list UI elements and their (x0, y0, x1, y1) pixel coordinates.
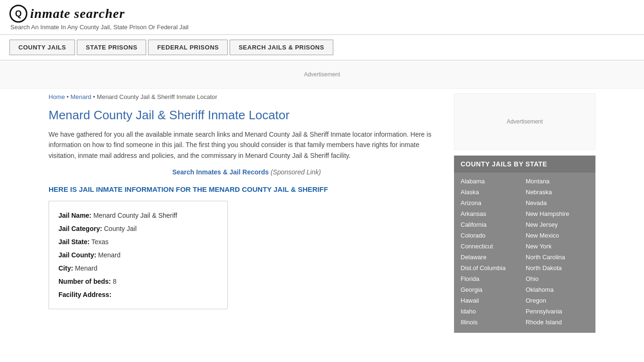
info-header: HERE IS JAIL INMATE INFORMATION FOR THE … (49, 184, 445, 194)
city-value: Menard (75, 264, 97, 272)
state-item[interactable]: Nevada (526, 198, 589, 208)
jail-county-value: Menard (98, 251, 120, 259)
state-item[interactable]: Dist.of Columbia (461, 263, 524, 273)
page-title: Menard County Jail & Sheriff Inmate Loca… (49, 108, 445, 123)
main-layout: Home • Menard • Menard County Jail & She… (39, 89, 605, 337)
state-list: AlabamaMontanaAlaskaNebraskaArizonaNevad… (454, 173, 595, 333)
state-item[interactable]: North Dakota (526, 263, 589, 273)
beds-field: Number of beds: 8 (58, 275, 218, 288)
city-field: City: Menard (58, 262, 218, 275)
state-item[interactable]: Arizona (461, 198, 524, 208)
state-item[interactable]: New Jersey (526, 220, 589, 230)
sidebar: Advertisement COUNTY JAILS BY STATE Alab… (454, 93, 595, 333)
state-box: COUNTY JAILS BY STATE AlabamaMontanaAlas… (454, 156, 595, 333)
breadcrumb-menard[interactable]: Menard (70, 93, 91, 100)
state-item[interactable]: Alabama (461, 176, 524, 186)
state-item[interactable]: Arkansas (461, 209, 524, 219)
state-item[interactable]: New Mexico (526, 230, 589, 240)
state-item[interactable]: Delaware (461, 252, 524, 262)
nav-bar: COUNTY JAILS STATE PRISONS FEDERAL PRISO… (0, 35, 644, 60)
state-item[interactable]: Georgia (461, 285, 524, 295)
header: Q inmate searcher Search An Inmate In An… (0, 0, 644, 35)
jail-card: Jail Name: Menard County Jail & Sheriff … (49, 201, 228, 309)
state-item[interactable]: Oklahoma (526, 285, 589, 295)
state-item[interactable]: Idaho (461, 306, 524, 316)
jail-county-field: Jail County: Menard (58, 248, 218, 262)
state-item[interactable]: Rhode Island (526, 317, 589, 327)
county-jails-btn[interactable]: COUNTY JAILS (9, 40, 75, 55)
search-inmates-link[interactable]: Search Inmates & Jail Records (172, 168, 269, 176)
state-item[interactable]: Hawaii (461, 296, 524, 305)
state-prisons-btn[interactable]: STATE PRISONS (77, 40, 146, 55)
state-box-title: COUNTY JAILS BY STATE (454, 156, 595, 173)
federal-prisons-btn[interactable]: FEDERAL PRISONS (148, 40, 228, 55)
jail-category-label: Jail Category: (58, 225, 102, 232)
breadcrumb: Home • Menard • Menard County Jail & She… (49, 93, 445, 100)
content-area: Home • Menard • Menard County Jail & She… (49, 93, 445, 333)
logo-text: inmate searcher (30, 6, 125, 21)
breadcrumb-current: Menard County Jail & Sheriff Inmate Loca… (97, 93, 217, 100)
jail-name-value: Menard County Jail & Sheriff (93, 212, 177, 219)
jail-county-label: Jail County: (58, 251, 96, 259)
logo-icon: Q (9, 5, 27, 23)
state-item[interactable]: Pennsylvania (526, 306, 589, 316)
breadcrumb-home[interactable]: Home (49, 93, 65, 100)
state-item[interactable]: New York (526, 241, 589, 251)
state-item[interactable]: New Hampshire (526, 209, 589, 219)
state-item[interactable]: Montana (526, 176, 589, 186)
state-item[interactable]: California (461, 220, 524, 230)
jail-category-field: Jail Category: County Jail (58, 222, 218, 235)
ad-banner: Advertisement (0, 60, 644, 89)
state-item[interactable]: Alaska (461, 187, 524, 197)
tagline: Search An Inmate In Any County Jail, Sta… (10, 24, 635, 31)
state-item[interactable]: Florida (461, 274, 524, 284)
intro-text: We have gathered for you all the availab… (49, 129, 445, 161)
facility-address-label: Facility Address: (58, 291, 111, 298)
state-item[interactable]: Nebraska (526, 187, 589, 197)
sponsored-label: (Sponsored Link) (271, 168, 321, 176)
jail-category-value: County Jail (104, 225, 136, 232)
jail-state-label: Jail State: (58, 238, 90, 246)
beds-value: 8 (113, 278, 116, 285)
jail-name-field: Jail Name: Menard County Jail & Sheriff (58, 209, 218, 222)
state-item[interactable]: North Carolina (526, 252, 589, 262)
city-label: City: (58, 264, 73, 272)
search-jails-btn[interactable]: SEARCH JAILS & PRISONS (230, 40, 333, 55)
jail-state-value: Texas (91, 238, 109, 246)
facility-address-field: Facility Address: (58, 288, 218, 301)
jail-name-label: Jail Name: (58, 212, 91, 219)
state-item[interactable]: Oregon (526, 296, 589, 305)
jail-state-field: Jail State: Texas (58, 235, 218, 248)
beds-label: Number of beds: (58, 278, 111, 285)
ad-sidebar: Advertisement (454, 93, 595, 150)
logo-area: Q inmate searcher (9, 5, 635, 23)
state-item[interactable]: Ohio (526, 274, 589, 284)
state-item[interactable]: Illinois (461, 317, 524, 327)
state-item[interactable]: Connecticut (461, 241, 524, 251)
state-item[interactable]: Colorado (461, 230, 524, 240)
search-link-area: Search Inmates & Jail Records (Sponsored… (49, 168, 445, 176)
